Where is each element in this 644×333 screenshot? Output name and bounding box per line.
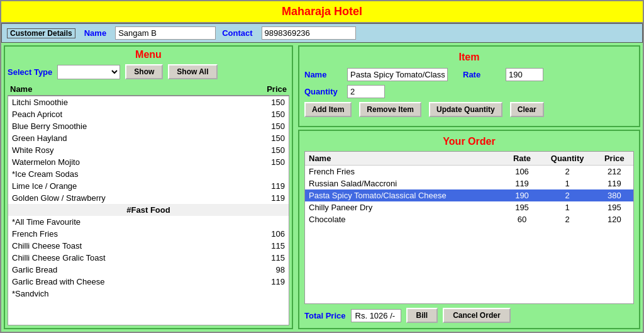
menu-item[interactable]: *All Time Favourite: [8, 216, 289, 228]
bill-button[interactable]: Bill: [406, 308, 438, 323]
contact-label: Contact: [222, 28, 252, 38]
menu-item[interactable]: Lime Ice / Orange119: [8, 180, 289, 192]
clear-button[interactable]: Clear: [510, 102, 544, 117]
order-row[interactable]: Pasta Spicy Tomato/Classical Cheese 190 …: [305, 189, 633, 201]
order-col-rate: Rate: [504, 152, 539, 166]
customer-section-label: Customer Details: [7, 28, 75, 38]
order-item-price: 212: [596, 166, 633, 178]
order-col-name: Name: [305, 152, 504, 166]
item-rate-label: Rate: [463, 70, 501, 79]
customer-section: Customer Details Name Contact: [1, 23, 643, 43]
item-name-input[interactable]: [347, 68, 448, 81]
add-item-button[interactable]: Add Item: [304, 102, 352, 117]
menu-item[interactable]: *Sandvich: [8, 288, 289, 300]
order-item-rate: 195: [504, 201, 539, 213]
order-col-price: Price: [596, 152, 633, 166]
menu-item[interactable]: Garlic Bread with Cheese119: [8, 276, 289, 288]
order-item-qty: 2: [540, 213, 596, 225]
menu-item: #Fast Food: [8, 204, 289, 216]
app-title: Maharaja Hotel: [1, 1, 643, 23]
show-button[interactable]: Show: [125, 64, 163, 79]
name-label: Name: [84, 28, 106, 38]
menu-panel: Menu Select Type Show Show All Name Pric…: [4, 45, 293, 329]
menu-item[interactable]: Litchi Smoothie150: [8, 96, 289, 108]
order-row[interactable]: Chocolate 60 2 120: [305, 213, 633, 225]
order-row[interactable]: French Fries 106 2 212: [305, 166, 633, 178]
order-table[interactable]: Name Rate Quantity Price French Fries 10…: [304, 151, 634, 304]
order-item-price: 380: [596, 189, 633, 201]
order-panel: Your Order Name Rate Quantity Price: [298, 130, 640, 329]
name-input[interactable]: [115, 26, 216, 40]
total-price-value: Rs. 1026 /-: [351, 309, 401, 322]
order-item-name: Pasta Spicy Tomato/Classical Cheese: [305, 189, 504, 201]
order-item-rate: 119: [504, 178, 539, 189]
order-item-price: 119: [596, 178, 633, 189]
menu-item[interactable]: Chilli Cheese Toast115: [8, 240, 289, 252]
contact-input[interactable]: [262, 26, 356, 40]
item-qty-input[interactable]: [347, 85, 385, 98]
order-item-qty: 2: [540, 189, 596, 201]
menu-item[interactable]: Garlic Bread98: [8, 264, 289, 276]
item-rate-input[interactable]: [506, 68, 543, 81]
order-item-rate: 190: [504, 189, 539, 201]
item-qty-label: Quantity: [304, 87, 342, 96]
select-type-dropdown[interactable]: [57, 65, 120, 79]
item-panel: Item Name Rate Quantity Add Item Remove …: [298, 45, 640, 127]
menu-item[interactable]: Golden Glow / Strawberry119: [8, 192, 289, 204]
menu-item[interactable]: Chilli Cheese Gralic Toast115: [8, 252, 289, 264]
menu-list[interactable]: Litchi Smoothie150Peach Apricot150Blue B…: [8, 96, 289, 325]
menu-col-name: Name: [10, 84, 32, 94]
order-item-price: 120: [596, 213, 633, 225]
order-item-qty: 2: [540, 166, 596, 178]
order-item-price: 195: [596, 201, 633, 213]
select-type-label: Select Type: [8, 67, 52, 77]
menu-item[interactable]: *Ice Cream Sodas: [8, 168, 289, 180]
remove-item-button[interactable]: Remove Item: [359, 102, 421, 117]
total-price-label: Total Price: [304, 311, 346, 320]
item-name-label: Name: [304, 70, 342, 79]
menu-item[interactable]: Blue Berry Smoothie150: [8, 120, 289, 132]
order-item-rate: 106: [504, 166, 539, 178]
order-item-name: French Fries: [305, 166, 504, 178]
order-row[interactable]: Chilly Paneer Dry 195 1 195: [305, 201, 633, 213]
order-item-rate: 60: [504, 213, 539, 225]
menu-item[interactable]: French Fries106: [8, 228, 289, 240]
update-qty-button[interactable]: Update Quantity: [429, 102, 502, 117]
menu-item[interactable]: Green Hayland150: [8, 132, 289, 144]
order-item-name: Russian Salad/Maccroni: [305, 178, 504, 189]
cancel-order-button[interactable]: Cancel Order: [443, 308, 510, 323]
order-row[interactable]: Russian Salad/Maccroni 119 1 119: [305, 178, 633, 189]
order-item-name: Chilly Paneer Dry: [305, 201, 504, 213]
order-title: Your Order: [304, 136, 634, 147]
menu-title: Menu: [8, 49, 289, 60]
show-all-button[interactable]: Show All: [168, 64, 217, 79]
item-title: Item: [304, 52, 634, 63]
menu-item[interactable]: Watermelon Mojito150: [8, 156, 289, 168]
order-item-qty: 1: [540, 178, 596, 189]
menu-item[interactable]: White Rosy150: [8, 144, 289, 156]
order-item-name: Chocolate: [305, 213, 504, 225]
menu-item[interactable]: Peach Apricot150: [8, 108, 289, 120]
order-item-qty: 1: [540, 201, 596, 213]
menu-col-price: Price: [267, 84, 287, 94]
order-col-qty: Quantity: [540, 152, 596, 166]
